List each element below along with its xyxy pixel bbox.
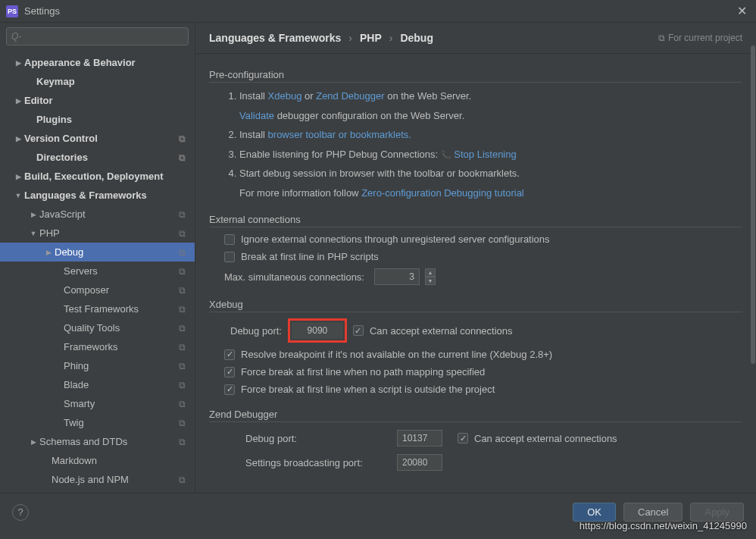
preconfig-step2: Install browser toolbar or bookmarklets. — [239, 127, 742, 143]
tree-item-label: Languages & Frameworks — [24, 190, 147, 201]
input-zend-port[interactable] — [397, 430, 442, 447]
copy-icon: ⧉ — [179, 323, 186, 334]
arrow-icon: ▶ — [14, 135, 23, 143]
settings-tree: ▶Appearance & BehaviorKeymap▶EditorPlugi… — [0, 50, 195, 493]
tree-item-keymap[interactable]: Keymap — [0, 72, 195, 91]
link-zend[interactable]: Zend Debugger — [316, 90, 384, 102]
copy-icon: ⧉ — [179, 399, 186, 409]
tree-item-label: Node.js and NPM — [52, 474, 129, 485]
link-tutorial[interactable]: Zero-configuration Debugging tutorial — [361, 187, 524, 199]
tree-item-php[interactable]: ▼PHP⧉ — [0, 224, 195, 243]
section-xdebug: Xdebug — [209, 299, 742, 312]
tree-item-label: Editor — [24, 95, 53, 106]
project-scope: ⧉For current project — [658, 33, 742, 43]
breadcrumb-a[interactable]: Languages & Frameworks — [209, 32, 341, 44]
spin-down[interactable]: ▼ — [425, 277, 436, 285]
tree-item-test-frameworks[interactable]: Test Frameworks⧉ — [0, 299, 195, 318]
tree-item-build-execution-deployment[interactable]: ▶Build, Execution, Deployment — [0, 167, 195, 186]
tree-item-label: Markdown — [52, 455, 97, 466]
tree-item-label: Composer — [64, 284, 109, 296]
chk-ignore-external[interactable] — [224, 234, 235, 245]
arrow-icon: ▶ — [14, 59, 23, 67]
chk-resolve-bp[interactable] — [224, 349, 235, 360]
input-zend-bcast[interactable] — [397, 454, 442, 471]
apply-button[interactable]: Apply — [690, 503, 744, 522]
chk-force-nopath[interactable] — [224, 367, 235, 378]
copy-icon: ⧉ — [179, 133, 186, 144]
tree-item-phing[interactable]: Phing⧉ — [0, 356, 195, 375]
link-xdebug[interactable]: Xdebug — [268, 90, 302, 102]
cancel-button[interactable]: Cancel — [623, 503, 683, 522]
tree-item-label: Debug — [55, 246, 83, 258]
link-stop-listening[interactable]: Stop Listening — [454, 149, 516, 160]
tree-item-label: JavaScript — [39, 208, 86, 220]
arrow-icon: ▶ — [29, 438, 38, 446]
search-input[interactable] — [6, 27, 189, 45]
tree-item-appearance-behavior[interactable]: ▶Appearance & Behavior — [0, 53, 195, 72]
ok-button[interactable]: OK — [573, 503, 616, 522]
chk-xdebug-accept[interactable] — [353, 325, 364, 336]
tree-item-node-js-and-npm[interactable]: Node.js and NPM⧉ — [0, 470, 195, 489]
tree-item-languages-frameworks[interactable]: ▼Languages & Frameworks — [0, 186, 195, 205]
preconfig-step3: Enable listening for PHP Debug Connectio… — [239, 147, 742, 162]
section-zend: Zend Debugger — [209, 409, 742, 422]
chk-force-outside[interactable] — [224, 384, 235, 395]
copy-icon: ⧉ — [179, 266, 186, 277]
preconfig-step4: Start debug session in browser with the … — [239, 166, 742, 200]
breadcrumb-sep: › — [389, 32, 393, 44]
tree-item-twig[interactable]: Twig⧉ — [0, 413, 195, 432]
tree-item-plugins[interactable]: Plugins — [0, 110, 195, 129]
chk-zend-accept[interactable] — [458, 433, 468, 443]
tree-item-schemas-and-dtds[interactable]: ▶Schemas and DTDs⧉ — [0, 432, 195, 451]
tree-item-label: PHP — [39, 227, 60, 239]
link-bookmarklets[interactable]: browser toolbar or bookmarklets. — [268, 129, 411, 140]
tree-item-javascript[interactable]: ▶JavaScript⧉ — [0, 205, 195, 224]
copy-icon: ⧉ — [179, 247, 186, 258]
input-xdebug-port[interactable] — [292, 322, 343, 339]
chk-break-first[interactable] — [224, 252, 235, 262]
copy-icon: ⧉ — [658, 33, 665, 43]
copy-icon: ⧉ — [179, 380, 186, 390]
breadcrumb-b[interactable]: PHP — [360, 32, 382, 44]
tree-item-debug[interactable]: ▶Debug⧉ — [0, 243, 195, 262]
sidebar: ▶Appearance & BehaviorKeymap▶EditorPlugi… — [0, 23, 195, 493]
tree-item-label: Keymap — [36, 76, 75, 87]
button-bar: ? OK Cancel Apply — [0, 493, 756, 531]
close-icon[interactable]: ✕ — [734, 4, 750, 18]
tree-item-label: Build, Execution, Deployment — [24, 171, 163, 182]
copy-icon: ⧉ — [179, 209, 186, 220]
copy-icon: ⧉ — [179, 475, 186, 485]
copy-icon: ⧉ — [179, 228, 186, 239]
copy-icon: ⧉ — [179, 285, 186, 296]
input-max-connections[interactable] — [374, 268, 420, 285]
sidebar-scrollbar[interactable] — [751, 45, 755, 364]
tree-item-blade[interactable]: Blade⧉ — [0, 375, 195, 394]
tree-item-directories[interactable]: Directories⧉ — [0, 148, 195, 167]
tree-item-smarty[interactable]: Smarty⧉ — [0, 394, 195, 413]
tree-item-label: Version Control — [24, 133, 98, 144]
copy-icon: ⧉ — [179, 152, 186, 163]
help-button[interactable]: ? — [12, 504, 29, 521]
link-validate[interactable]: Validate — [239, 110, 274, 121]
tree-item-servers[interactable]: Servers⧉ — [0, 262, 195, 280]
section-preconfig: Pre-configuration — [209, 69, 742, 83]
tree-item-composer[interactable]: Composer⧉ — [0, 280, 195, 299]
window-title: Settings — [24, 5, 60, 17]
arrow-icon: ▶ — [14, 97, 23, 105]
tree-item-label: Phing — [64, 360, 89, 371]
tree-item-editor[interactable]: ▶Editor — [0, 91, 195, 110]
arrow-icon: ▶ — [44, 249, 53, 256]
copy-icon: ⧉ — [179, 342, 186, 353]
tree-item-markdown[interactable]: Markdown — [0, 451, 195, 470]
arrow-icon: ▶ — [29, 211, 38, 218]
copy-icon: ⧉ — [179, 418, 186, 428]
listen-icon: 📞 — [441, 150, 451, 159]
spin-up[interactable]: ▲ — [425, 268, 436, 277]
tree-item-quality-tools[interactable]: Quality Tools⧉ — [0, 318, 195, 337]
tree-item-version-control[interactable]: ▶Version Control⧉ — [0, 129, 195, 148]
tree-item-label: Smarty — [64, 398, 95, 409]
section-external: External connections — [209, 214, 742, 227]
tree-item-label: Test Frameworks — [64, 303, 139, 315]
tree-item-frameworks[interactable]: Frameworks⧉ — [0, 337, 195, 356]
app-icon: PS — [6, 5, 18, 17]
